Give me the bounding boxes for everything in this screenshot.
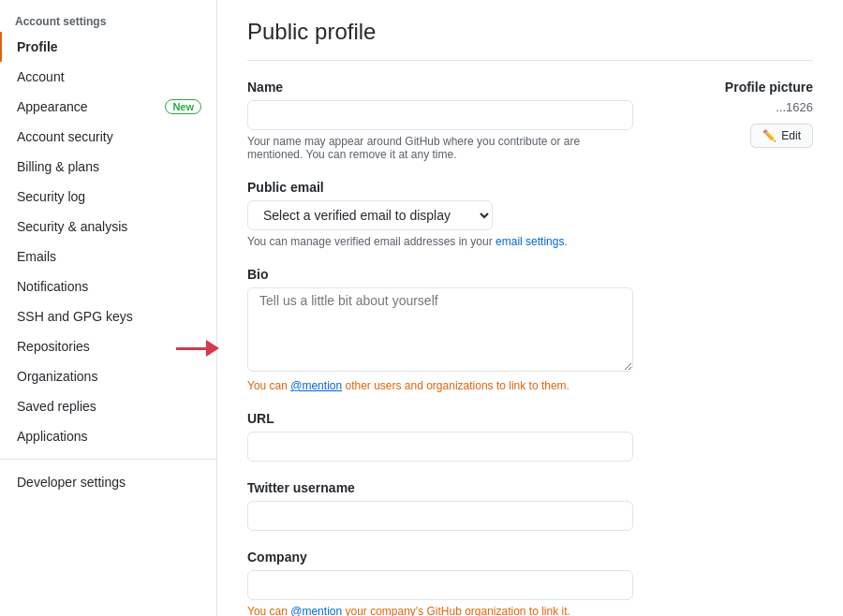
sidebar-divider: [0, 459, 216, 460]
sidebar-item-organizations[interactable]: Organizations: [0, 361, 216, 391]
new-badge: New: [165, 99, 201, 114]
sidebar-item-account-security[interactable]: Account security: [0, 122, 216, 152]
edit-button-label: Edit: [781, 129, 801, 142]
twitter-label: Twitter username: [247, 480, 633, 495]
email-settings-link[interactable]: email settings: [495, 235, 564, 248]
sidebar-item-notifications[interactable]: Notifications: [0, 271, 216, 301]
email-select[interactable]: Select a verified email to display: [247, 200, 493, 230]
sidebar-item-label: Emails: [17, 249, 56, 264]
sidebar-item-label: Account security: [17, 129, 113, 144]
bio-help-prefix: You can: [247, 379, 290, 392]
sidebar: Account settings Profile Account Appeara…: [0, 0, 217, 616]
name-label: Name: [247, 80, 633, 95]
bio-mention-link[interactable]: @mention: [290, 379, 342, 392]
name-input[interactable]: [247, 100, 633, 130]
sidebar-heading: Account settings: [0, 7, 216, 32]
company-input[interactable]: [247, 570, 633, 600]
arrow-head: [206, 340, 219, 357]
name-help: Your name may appear around GitHub where…: [247, 135, 633, 161]
email-help-suffix: .: [564, 235, 567, 248]
sidebar-item-emails[interactable]: Emails: [0, 242, 216, 271]
public-email-group: Public email Select a verified email to …: [247, 180, 633, 248]
main-content: Public profile Name Your name may appear…: [217, 0, 843, 616]
sidebar-item-appearance[interactable]: Appearance New: [0, 92, 216, 122]
email-help: You can manage verified email addresses …: [247, 235, 633, 248]
name-group: Name Your name may appear around GitHub …: [247, 80, 633, 161]
edit-picture-button[interactable]: ✏️ Edit: [750, 124, 813, 148]
url-group: URL: [247, 411, 633, 462]
sidebar-item-ssh-gpg[interactable]: SSH and GPG keys: [0, 301, 216, 331]
public-email-label: Public email: [247, 180, 633, 195]
pencil-icon: ✏️: [762, 129, 776, 142]
sidebar-item-security-analysis[interactable]: Security & analysis: [0, 212, 216, 242]
sidebar-item-label: Notifications: [17, 279, 88, 294]
profile-picture-label: Profile picture: [663, 80, 813, 95]
sidebar-item-developer-settings[interactable]: Developer settings: [0, 467, 216, 497]
company-mention-link[interactable]: @mention: [290, 605, 342, 616]
bio-group: Bio You can @mention other users and org…: [247, 267, 633, 392]
sidebar-item-label: Security log: [17, 189, 85, 204]
company-group: Company You can @mention your company's …: [247, 550, 633, 616]
url-label: URL: [247, 411, 633, 426]
sidebar-item-label: Developer settings: [17, 475, 126, 490]
sidebar-item-security-log[interactable]: Security log: [0, 182, 216, 212]
sidebar-item-label: Security & analysis: [17, 219, 127, 234]
arrow-pointer: [176, 340, 219, 357]
sidebar-item-profile[interactable]: Profile: [0, 32, 216, 62]
sidebar-item-label: Applications: [17, 429, 88, 444]
profile-picture-username: ...1626: [663, 100, 813, 114]
sidebar-item-label: SSH and GPG keys: [17, 309, 133, 324]
company-label: Company: [247, 550, 633, 565]
email-select-wrapper: Select a verified email to display: [247, 200, 633, 230]
sidebar-item-label: Account: [17, 69, 65, 84]
profile-picture-section: Profile picture ...1626 ✏️ Edit: [663, 80, 813, 616]
sidebar-item-label: Saved replies: [17, 399, 96, 414]
email-help-prefix: You can manage verified email addresses …: [247, 235, 495, 248]
twitter-group: Twitter username: [247, 480, 633, 531]
bio-textarea[interactable]: [247, 287, 633, 372]
sidebar-item-label: Repositories: [17, 339, 90, 354]
company-help-suffix: your company's GitHub organization to li…: [342, 605, 570, 616]
page-title: Public profile: [247, 19, 813, 61]
sidebar-item-billing[interactable]: Billing & plans: [0, 152, 216, 182]
form-left: Name Your name may appear around GitHub …: [247, 80, 633, 616]
sidebar-item-label: Organizations: [17, 369, 97, 384]
bio-help-suffix: other users and organizations to link to…: [342, 379, 569, 392]
sidebar-item-label: Profile: [17, 39, 58, 54]
company-help: You can @mention your company's GitHub o…: [247, 605, 633, 616]
bio-label: Bio: [247, 267, 633, 282]
url-input[interactable]: [247, 432, 633, 462]
twitter-input[interactable]: [247, 501, 633, 531]
sidebar-item-label: Appearance: [17, 99, 88, 114]
sidebar-item-saved-replies[interactable]: Saved replies: [0, 391, 216, 421]
sidebar-item-label: Billing & plans: [17, 159, 99, 174]
sidebar-item-account[interactable]: Account: [0, 62, 216, 92]
form-layout: Name Your name may appear around GitHub …: [247, 80, 813, 616]
bio-help: You can @mention other users and organiz…: [247, 379, 633, 392]
sidebar-item-applications[interactable]: Applications: [0, 421, 216, 451]
company-help-prefix: You can: [247, 605, 290, 616]
arrow-shaft: [176, 347, 206, 350]
